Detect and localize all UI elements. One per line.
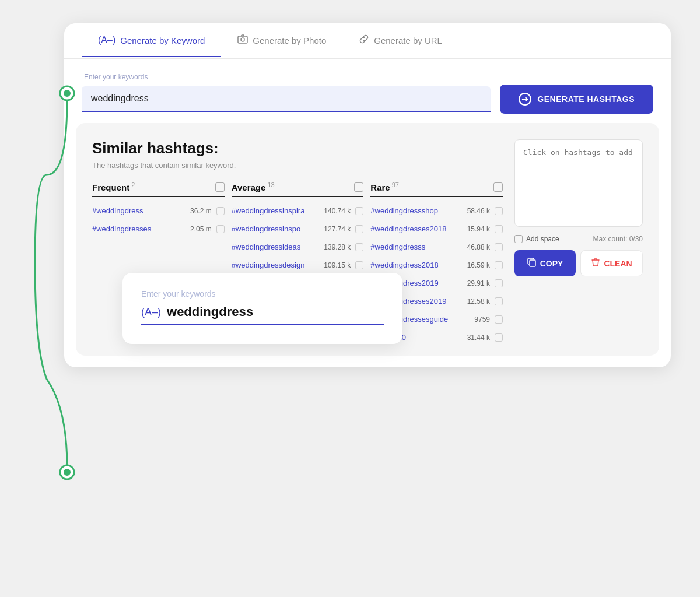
row-checkbox[interactable] xyxy=(495,297,503,305)
row-checkbox[interactable] xyxy=(495,243,503,251)
panel-buttons: COPY CLEAN xyxy=(514,250,643,276)
clean-button[interactable]: CLEAN xyxy=(580,250,643,276)
hashtag-count: 127.74 k xyxy=(324,225,351,233)
clean-button-label: CLEAN xyxy=(604,259,632,268)
list-item: #weddingdressinspira 140.74 k xyxy=(232,202,364,220)
hashtag-link[interactable]: #weddingdress xyxy=(92,206,188,215)
svg-rect-6 xyxy=(530,260,536,266)
panel-options: Add space Max count: 0/30 xyxy=(514,235,643,243)
add-space-label: Add space xyxy=(526,235,559,243)
row-checkbox[interactable] xyxy=(355,261,363,269)
hashtag-count: 58.46 k xyxy=(467,207,490,215)
copy-icon xyxy=(527,258,537,269)
add-space-checkbox[interactable] xyxy=(514,235,523,243)
col-count-rare: 97 xyxy=(392,181,399,188)
list-item: #weddingdressshop 58.46 k xyxy=(370,202,503,220)
row-checkbox[interactable] xyxy=(355,243,363,251)
list-item: #weddingdressideas 139.28 k xyxy=(232,238,364,256)
copy-button-label: COPY xyxy=(540,259,564,268)
add-space-row: Add space xyxy=(514,235,559,243)
list-item: #weddingdresses 2.05 m xyxy=(92,220,225,238)
tab-keyword[interactable]: (A–) Generate by Keyword xyxy=(82,24,221,57)
hashtag-count: 12.58 k xyxy=(467,297,490,305)
col-checkbox-frequent[interactable] xyxy=(215,182,225,192)
svg-rect-4 xyxy=(238,36,247,43)
row-checkbox[interactable] xyxy=(495,225,503,233)
hashtag-link[interactable]: #weddingdress2018 xyxy=(370,261,464,269)
hashtag-link[interactable]: #weddingdressshop xyxy=(370,206,464,215)
svg-point-3 xyxy=(64,469,71,476)
tooltip-keyword-icon: (A–) xyxy=(141,306,161,318)
list-item: #weddingdress 36.2 m xyxy=(92,202,225,220)
row-checkbox[interactable] xyxy=(495,207,503,215)
section-subtitle: The hashtags that contain similar keywor… xyxy=(92,161,503,170)
hashtag-link[interactable]: #weddingdresses xyxy=(92,224,188,233)
row-checkbox[interactable] xyxy=(355,207,363,215)
row-checkbox[interactable] xyxy=(216,207,225,215)
generate-button-label: GENERATE HASHTAGS xyxy=(537,94,635,104)
max-count-label: Max count: 0/30 xyxy=(593,235,643,243)
generate-icon: ➜ xyxy=(519,93,531,106)
list-item: #weddingdress2018 16.59 k xyxy=(370,256,503,274)
hashtag-count: 9759 xyxy=(474,315,490,324)
hashtag-link[interactable]: #weddingdressinspo xyxy=(232,224,322,233)
trash-icon xyxy=(591,258,600,269)
hashtag-count: 140.74 k xyxy=(324,207,351,215)
url-icon xyxy=(359,34,369,47)
col-count-average: 13 xyxy=(267,181,274,188)
input-row: ➜ GENERATE HASHTAGS xyxy=(82,85,653,114)
hashtag-count: 2.05 m xyxy=(190,225,212,233)
col-header-frequent: Frequent2 xyxy=(92,181,225,197)
photo-icon xyxy=(237,34,248,46)
input-section: Enter your keywords ➜ GENERATE HASHTAGS xyxy=(64,59,671,123)
tab-url[interactable]: Generate by URL xyxy=(342,23,459,58)
generate-button[interactable]: ➜ GENERATE HASHTAGS xyxy=(500,85,653,114)
section-title: Similar hashtags: xyxy=(92,139,503,157)
row-checkbox[interactable] xyxy=(495,279,503,287)
col-title-rare: Rare97 xyxy=(370,181,399,192)
keyword-icon: (A–) xyxy=(98,35,116,45)
hashtag-count: 16.59 k xyxy=(467,261,490,269)
tab-photo[interactable]: Generate by Photo xyxy=(221,24,342,58)
row-checkbox[interactable] xyxy=(495,333,503,342)
list-item: #weddingdresss 46.88 k xyxy=(370,238,503,256)
hashtag-link[interactable]: #weddingdresses2018 xyxy=(370,224,464,233)
hashtag-textarea[interactable] xyxy=(514,139,643,227)
col-title-average: Average13 xyxy=(232,181,275,192)
tooltip-value: weddingdress xyxy=(167,304,253,319)
tooltip-label: Enter your keywords xyxy=(141,289,384,298)
col-header-rare: Rare97 xyxy=(370,181,503,197)
hashtag-link[interactable]: #weddingdressideas xyxy=(232,243,322,251)
col-title-frequent: Frequent2 xyxy=(92,181,135,192)
tab-keyword-label: Generate by Keyword xyxy=(120,36,205,45)
tooltip-input-row: (A–) weddingdress xyxy=(141,304,384,325)
hashtag-count: 15.94 k xyxy=(467,225,490,233)
svg-point-2 xyxy=(60,465,74,479)
hashtag-count: 29.91 k xyxy=(467,279,490,287)
hashtag-count: 139.28 k xyxy=(324,243,351,251)
hashtag-count: 36.2 m xyxy=(190,207,212,215)
input-label: Enter your keywords xyxy=(84,73,653,81)
col-header-average: Average13 xyxy=(232,181,364,197)
copy-button[interactable]: COPY xyxy=(514,250,576,276)
svg-point-5 xyxy=(241,38,244,41)
row-checkbox[interactable] xyxy=(216,225,225,233)
tabs-bar: (A–) Generate by Keyword Generate by Pho… xyxy=(64,23,671,59)
row-checkbox[interactable] xyxy=(355,225,363,233)
col-checkbox-average[interactable] xyxy=(354,182,363,192)
hashtag-count: 31.44 k xyxy=(467,333,490,342)
right-panel: Add space Max count: 0/30 COPY xyxy=(514,139,643,346)
hashtag-count: 109.15 k xyxy=(324,261,351,269)
tab-photo-label: Generate by Photo xyxy=(253,36,326,45)
row-checkbox[interactable] xyxy=(495,315,503,324)
tooltip-card: Enter your keywords (A–) weddingdress xyxy=(123,273,402,344)
keyword-input[interactable] xyxy=(82,86,491,112)
col-checkbox-rare[interactable] xyxy=(494,182,503,192)
hashtag-link[interactable]: #weddingdresss xyxy=(370,243,464,251)
row-checkbox[interactable] xyxy=(495,261,503,269)
hashtag-count: 46.88 k xyxy=(467,243,490,251)
list-item: #weddingdressinspo 127.74 k xyxy=(232,220,364,238)
hashtag-link[interactable]: #weddingdressdesign xyxy=(232,261,322,269)
hashtag-link[interactable]: #weddingdressinspira xyxy=(232,206,322,215)
list-item: #weddingdressdesign 109.15 k xyxy=(232,256,364,274)
